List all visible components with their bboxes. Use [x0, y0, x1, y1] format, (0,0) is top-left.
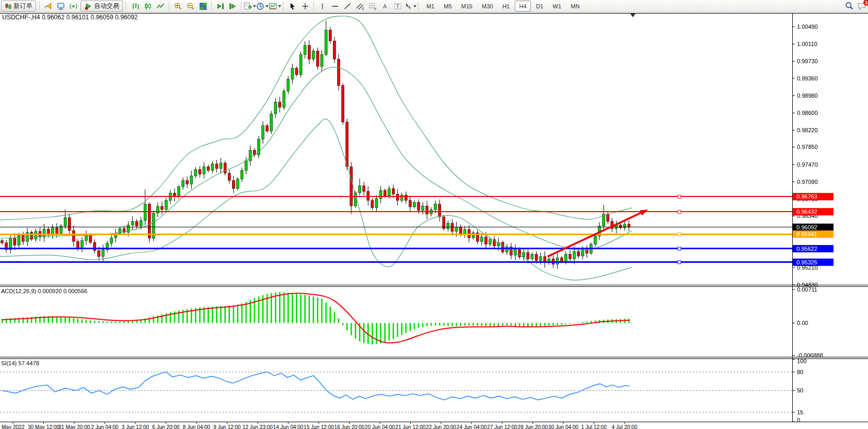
macd-histogram-bar — [490, 323, 491, 326]
periods-button[interactable] — [257, 1, 268, 11]
candle-body — [14, 238, 16, 245]
auto-scroll-button[interactable] — [214, 1, 226, 11]
autotrading-button[interactable]: 自动交易 — [80, 1, 123, 11]
time-axis-label: 27 Jun 12:00 — [487, 424, 517, 429]
chart-shift-button[interactable] — [227, 1, 238, 11]
timeframe-button-m30[interactable]: M30 — [478, 1, 497, 11]
macd-histogram-bar — [283, 293, 285, 323]
macd-histogram-bar — [330, 307, 331, 323]
autotrading-button-label: 自动交易 — [94, 2, 119, 10]
line-handle[interactable] — [678, 261, 681, 264]
zoom-in-button[interactable] — [172, 1, 183, 11]
candle-body — [279, 102, 281, 108]
indicators-button[interactable] — [244, 1, 256, 11]
zoom-out-button[interactable] — [184, 1, 196, 11]
macd-histogram-bar — [119, 321, 121, 323]
chat-button[interactable]: 1 — [856, 1, 867, 11]
candle-body — [459, 227, 462, 234]
candlestick-chart-button[interactable] — [142, 1, 154, 11]
timeframe-button-m5[interactable]: M5 — [439, 1, 456, 11]
macd-histogram-bar — [481, 323, 482, 326]
timeframe-button-m15[interactable]: M15 — [457, 1, 477, 11]
candle-body — [573, 251, 575, 259]
macd-histogram-bar — [548, 323, 550, 326]
line-handle[interactable] — [678, 233, 681, 236]
macd-histogram-bar — [246, 302, 247, 323]
chart-shift-icon — [228, 2, 237, 10]
price-line-badge-label: 0.95325 — [796, 259, 817, 265]
new-order-mini-chart-icon — [5, 3, 12, 10]
fibonacci-button[interactable]: F — [367, 1, 378, 11]
candle-body — [480, 237, 483, 241]
macd-histogram-bar — [65, 317, 66, 323]
crosshair-button[interactable] — [299, 1, 311, 11]
time-axis-label: 28 Jun 20:00 — [518, 424, 548, 429]
macd-histogram-bar — [468, 323, 470, 326]
line-handle[interactable] — [678, 247, 681, 250]
trendline-button[interactable] — [342, 1, 353, 11]
chart-area[interactable]: 1.004901.001100.997300.993600.989800.986… — [0, 13, 868, 429]
time-axis-label: 1 Jul 12:00 — [581, 424, 607, 429]
templates-button[interactable] — [269, 1, 281, 11]
line-chart-button[interactable] — [155, 1, 166, 11]
time-axis-label: 4 Jul 20:00 — [612, 424, 638, 429]
candle-body — [43, 229, 45, 237]
line-handle[interactable] — [678, 195, 681, 198]
equidistant-channel-button[interactable]: E — [354, 1, 366, 11]
tile-windows-button[interactable] — [197, 1, 209, 11]
candle-body — [413, 202, 415, 207]
chart-canvas[interactable]: 1.004901.001100.997300.993600.989800.986… — [0, 13, 868, 429]
signal-button[interactable] — [67, 1, 79, 11]
macd-histogram-bar — [531, 323, 533, 327]
timeframe-button-h1[interactable]: H1 — [498, 1, 514, 11]
text-button[interactable]: A — [379, 1, 391, 11]
candle-body — [299, 54, 302, 74]
macd-histogram-bar — [98, 321, 100, 323]
candle-body — [535, 254, 538, 261]
rsi-axis-label: 50 — [797, 387, 803, 393]
candle-body — [363, 186, 365, 192]
timeframe-button-m1[interactable]: M1 — [422, 1, 438, 11]
candle-body — [308, 45, 310, 59]
candle-body — [203, 167, 205, 174]
candle-body — [564, 254, 567, 262]
zoom-in-icon — [173, 2, 182, 10]
candle-body — [224, 163, 226, 173]
arrows-button[interactable] — [404, 1, 416, 11]
text-icon: A — [381, 2, 389, 10]
candle-body — [418, 202, 420, 211]
time-axis-label: 12 Jun 23:00 — [242, 424, 273, 429]
time-axis-label: 31 May 20:00 — [59, 424, 90, 429]
timeframe-button-w1[interactable]: W1 — [549, 1, 566, 11]
bar-chart-button[interactable] — [130, 1, 141, 11]
macd-histogram-bar — [376, 323, 377, 344]
cursor-button[interactable] — [287, 1, 298, 11]
chart-background — [0, 13, 868, 429]
rsi-axis-label: 15 — [797, 409, 803, 415]
macd-histogram-bar — [86, 320, 87, 323]
candle-body — [434, 204, 437, 210]
timeframe-button-d1[interactable]: D1 — [532, 1, 548, 11]
macd-histogram-bar — [346, 323, 348, 330]
mt4-window: 新订单自动交易EFATM1M5M15M30H1H4D1W1MN1 1.00490… — [0, 0, 868, 429]
macd-histogram-bar — [460, 323, 461, 326]
terminal-button[interactable] — [55, 1, 66, 11]
horn-button[interactable] — [42, 1, 54, 11]
macd-histogram-bar — [296, 294, 297, 323]
time-axis-label: 21 Jun 12:00 — [396, 424, 426, 429]
new-order-button[interactable]: 新订单 — [1, 1, 36, 11]
macd-histogram-bar — [338, 319, 340, 323]
search-button[interactable] — [843, 1, 855, 11]
macd-histogram-bar — [216, 306, 217, 323]
text-label-button[interactable]: T — [392, 1, 403, 11]
vertical-line-button[interactable] — [317, 1, 328, 11]
macd-histogram-bar — [464, 323, 466, 326]
timeframe-button-h4[interactable]: H4 — [515, 1, 530, 11]
line-handle[interactable] — [678, 210, 681, 213]
macd-histogram-bar — [279, 292, 281, 323]
equidistant-channel-icon: E — [355, 2, 365, 10]
candle-body — [350, 167, 353, 206]
timeframe-button-mn[interactable]: MN — [566, 1, 584, 11]
horizontal-line-button[interactable] — [329, 1, 341, 11]
candle-body — [194, 169, 197, 176]
